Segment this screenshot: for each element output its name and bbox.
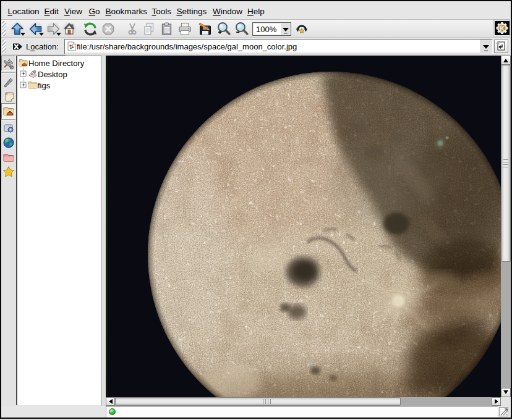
svg-text:K: K — [500, 25, 505, 32]
